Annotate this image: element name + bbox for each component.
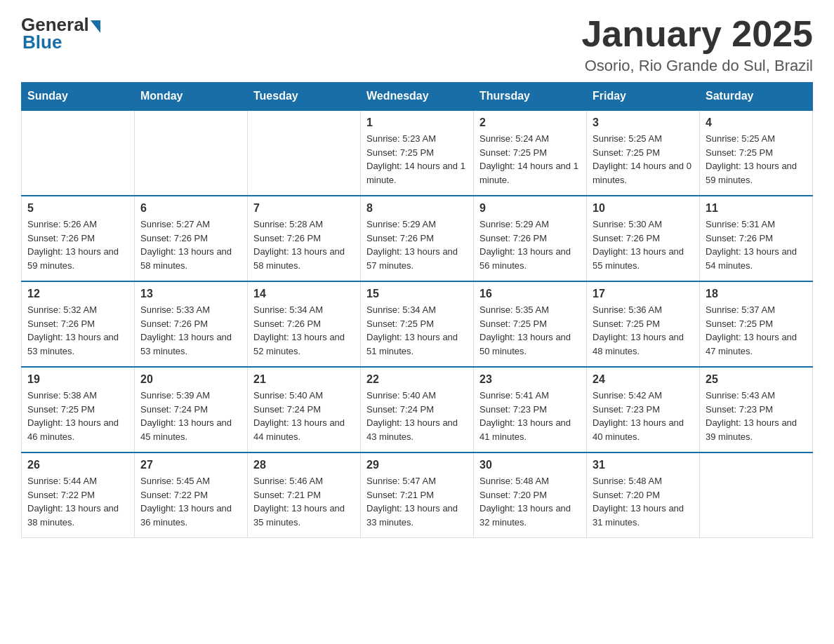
- calendar-week-3: 12Sunrise: 5:32 AM Sunset: 7:26 PM Dayli…: [22, 281, 813, 367]
- day-info: Sunrise: 5:26 AM Sunset: 7:26 PM Dayligh…: [27, 217, 128, 272]
- calendar-cell: 9Sunrise: 5:29 AM Sunset: 7:26 PM Daylig…: [474, 196, 587, 281]
- calendar-cell: 28Sunrise: 5:46 AM Sunset: 7:21 PM Dayli…: [248, 452, 361, 538]
- calendar-cell: 4Sunrise: 5:25 AM Sunset: 7:25 PM Daylig…: [700, 110, 813, 196]
- day-info: Sunrise: 5:27 AM Sunset: 7:26 PM Dayligh…: [140, 217, 241, 272]
- page-header: General Blue January 2025 Osorio, Rio Gr…: [21, 14, 813, 75]
- calendar-header-friday: Friday: [587, 83, 700, 111]
- day-number: 29: [366, 459, 468, 471]
- day-number: 17: [593, 288, 694, 300]
- day-info: Sunrise: 5:30 AM Sunset: 7:26 PM Dayligh…: [593, 217, 694, 272]
- day-number: 13: [140, 288, 241, 300]
- day-info: Sunrise: 5:36 AM Sunset: 7:25 PM Dayligh…: [593, 303, 694, 358]
- day-info: Sunrise: 5:24 AM Sunset: 7:25 PM Dayligh…: [479, 132, 581, 187]
- calendar-week-5: 26Sunrise: 5:44 AM Sunset: 7:22 PM Dayli…: [22, 452, 813, 538]
- day-info: Sunrise: 5:42 AM Sunset: 7:23 PM Dayligh…: [593, 389, 694, 443]
- day-number: 5: [27, 202, 128, 215]
- day-number: 22: [366, 373, 468, 386]
- calendar-cell: 6Sunrise: 5:27 AM Sunset: 7:26 PM Daylig…: [135, 196, 248, 281]
- calendar-header-saturday: Saturday: [700, 83, 813, 111]
- day-info: Sunrise: 5:47 AM Sunset: 7:21 PM Dayligh…: [366, 474, 468, 529]
- calendar-cell: 7Sunrise: 5:28 AM Sunset: 7:26 PM Daylig…: [248, 196, 361, 281]
- day-number: 15: [366, 288, 468, 300]
- calendar-cell: 27Sunrise: 5:45 AM Sunset: 7:22 PM Dayli…: [135, 452, 248, 538]
- day-number: 8: [366, 202, 468, 215]
- day-number: 24: [593, 373, 694, 386]
- calendar-header-tuesday: Tuesday: [248, 83, 361, 111]
- calendar-cell: 30Sunrise: 5:48 AM Sunset: 7:20 PM Dayli…: [474, 452, 587, 538]
- day-info: Sunrise: 5:48 AM Sunset: 7:20 PM Dayligh…: [479, 474, 581, 529]
- day-info: Sunrise: 5:29 AM Sunset: 7:26 PM Dayligh…: [366, 217, 468, 272]
- calendar-week-4: 19Sunrise: 5:38 AM Sunset: 7:25 PM Dayli…: [22, 367, 813, 452]
- calendar-week-2: 5Sunrise: 5:26 AM Sunset: 7:26 PM Daylig…: [22, 196, 813, 281]
- day-info: Sunrise: 5:23 AM Sunset: 7:25 PM Dayligh…: [366, 132, 468, 187]
- day-info: Sunrise: 5:48 AM Sunset: 7:20 PM Dayligh…: [593, 474, 694, 529]
- day-info: Sunrise: 5:25 AM Sunset: 7:25 PM Dayligh…: [706, 132, 807, 187]
- day-number: 16: [479, 288, 581, 300]
- day-info: Sunrise: 5:34 AM Sunset: 7:26 PM Dayligh…: [253, 303, 355, 358]
- calendar-cell: 22Sunrise: 5:40 AM Sunset: 7:24 PM Dayli…: [361, 367, 474, 452]
- day-number: 12: [27, 288, 128, 300]
- day-info: Sunrise: 5:33 AM Sunset: 7:26 PM Dayligh…: [140, 303, 241, 358]
- page-subtitle: Osorio, Rio Grande do Sul, Brazil: [581, 57, 813, 75]
- calendar-cell: 20Sunrise: 5:39 AM Sunset: 7:24 PM Dayli…: [135, 367, 248, 452]
- day-number: 19: [27, 373, 128, 386]
- calendar-cell: 1Sunrise: 5:23 AM Sunset: 7:25 PM Daylig…: [361, 110, 474, 196]
- day-info: Sunrise: 5:44 AM Sunset: 7:22 PM Dayligh…: [27, 474, 128, 529]
- day-number: 23: [479, 373, 581, 386]
- day-info: Sunrise: 5:25 AM Sunset: 7:25 PM Dayligh…: [593, 132, 694, 187]
- calendar-cell: 13Sunrise: 5:33 AM Sunset: 7:26 PM Dayli…: [135, 281, 248, 367]
- day-number: 18: [706, 288, 807, 300]
- day-number: 30: [479, 459, 581, 471]
- calendar-cell: 21Sunrise: 5:40 AM Sunset: 7:24 PM Dayli…: [248, 367, 361, 452]
- day-info: Sunrise: 5:38 AM Sunset: 7:25 PM Dayligh…: [27, 389, 128, 443]
- calendar-cell: 15Sunrise: 5:34 AM Sunset: 7:25 PM Dayli…: [361, 281, 474, 367]
- day-number: 21: [253, 373, 355, 386]
- day-info: Sunrise: 5:31 AM Sunset: 7:26 PM Dayligh…: [706, 217, 807, 272]
- day-info: Sunrise: 5:46 AM Sunset: 7:21 PM Dayligh…: [253, 474, 355, 529]
- day-info: Sunrise: 5:40 AM Sunset: 7:24 PM Dayligh…: [366, 389, 468, 443]
- calendar-cell: [22, 110, 135, 196]
- day-number: 6: [140, 202, 241, 215]
- day-info: Sunrise: 5:37 AM Sunset: 7:25 PM Dayligh…: [706, 303, 807, 358]
- calendar-header-thursday: Thursday: [474, 83, 587, 111]
- day-info: Sunrise: 5:32 AM Sunset: 7:26 PM Dayligh…: [27, 303, 128, 358]
- page-title: January 2025: [581, 14, 813, 54]
- calendar-cell: 25Sunrise: 5:43 AM Sunset: 7:23 PM Dayli…: [700, 367, 813, 452]
- day-number: 9: [479, 202, 581, 215]
- calendar-cell: 14Sunrise: 5:34 AM Sunset: 7:26 PM Dayli…: [248, 281, 361, 367]
- calendar-cell: [135, 110, 248, 196]
- calendar-header-row: SundayMondayTuesdayWednesdayThursdayFrid…: [22, 83, 813, 111]
- calendar-cell: 19Sunrise: 5:38 AM Sunset: 7:25 PM Dayli…: [22, 367, 135, 452]
- day-number: 2: [479, 116, 581, 129]
- calendar-cell: 31Sunrise: 5:48 AM Sunset: 7:20 PM Dayli…: [587, 452, 700, 538]
- calendar-cell: 8Sunrise: 5:29 AM Sunset: 7:26 PM Daylig…: [361, 196, 474, 281]
- day-number: 26: [27, 459, 128, 471]
- day-number: 25: [706, 373, 807, 386]
- day-number: 14: [253, 288, 355, 300]
- calendar-cell: 23Sunrise: 5:41 AM Sunset: 7:23 PM Dayli…: [474, 367, 587, 452]
- day-info: Sunrise: 5:28 AM Sunset: 7:26 PM Dayligh…: [253, 217, 355, 272]
- calendar-cell: 17Sunrise: 5:36 AM Sunset: 7:25 PM Dayli…: [587, 281, 700, 367]
- calendar-week-1: 1Sunrise: 5:23 AM Sunset: 7:25 PM Daylig…: [22, 110, 813, 196]
- calendar-header-sunday: Sunday: [22, 83, 135, 111]
- day-number: 31: [593, 459, 694, 471]
- day-info: Sunrise: 5:34 AM Sunset: 7:25 PM Dayligh…: [366, 303, 468, 358]
- calendar-cell: 5Sunrise: 5:26 AM Sunset: 7:26 PM Daylig…: [22, 196, 135, 281]
- day-number: 4: [706, 116, 807, 129]
- day-number: 20: [140, 373, 241, 386]
- calendar-cell: 11Sunrise: 5:31 AM Sunset: 7:26 PM Dayli…: [700, 196, 813, 281]
- calendar-cell: 18Sunrise: 5:37 AM Sunset: 7:25 PM Dayli…: [700, 281, 813, 367]
- calendar-cell: 10Sunrise: 5:30 AM Sunset: 7:26 PM Dayli…: [587, 196, 700, 281]
- day-info: Sunrise: 5:29 AM Sunset: 7:26 PM Dayligh…: [479, 217, 581, 272]
- calendar-cell: 26Sunrise: 5:44 AM Sunset: 7:22 PM Dayli…: [22, 452, 135, 538]
- calendar-cell: 16Sunrise: 5:35 AM Sunset: 7:25 PM Dayli…: [474, 281, 587, 367]
- calendar-cell: [248, 110, 361, 196]
- day-info: Sunrise: 5:39 AM Sunset: 7:24 PM Dayligh…: [140, 389, 241, 443]
- logo: General Blue: [21, 14, 100, 53]
- logo-arrow-icon: [91, 20, 100, 33]
- calendar-cell: 12Sunrise: 5:32 AM Sunset: 7:26 PM Dayli…: [22, 281, 135, 367]
- day-number: 3: [593, 116, 694, 129]
- day-info: Sunrise: 5:41 AM Sunset: 7:23 PM Dayligh…: [479, 389, 581, 443]
- day-number: 7: [253, 202, 355, 215]
- calendar-cell: 2Sunrise: 5:24 AM Sunset: 7:25 PM Daylig…: [474, 110, 587, 196]
